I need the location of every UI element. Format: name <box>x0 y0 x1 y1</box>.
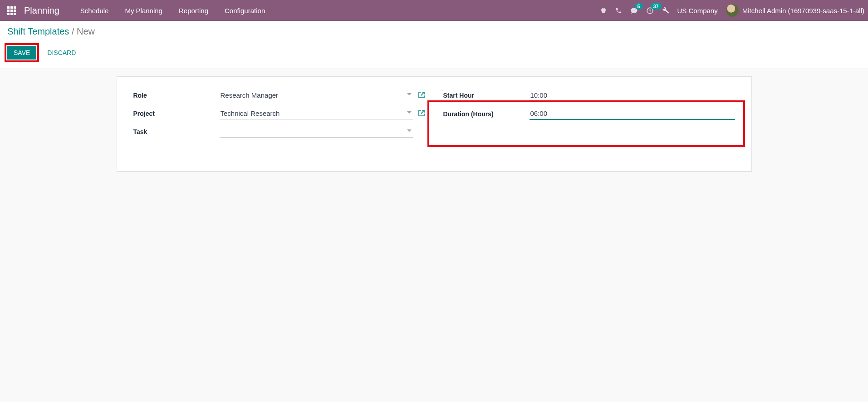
form-sheet: Role Project <box>117 76 752 172</box>
bug-icon[interactable] <box>600 7 607 14</box>
breadcrumb-current: New <box>77 26 95 36</box>
project-label: Project <box>133 110 220 117</box>
start-hour-label: Start Hour <box>443 92 530 99</box>
tools-icon[interactable] <box>662 7 669 14</box>
nav-menu-my-planning[interactable]: My Planning <box>118 4 170 17</box>
messages-icon[interactable]: 5 <box>630 7 638 15</box>
external-link-icon[interactable] <box>418 91 425 100</box>
user-menu[interactable]: Mitchell Admin (16970939-saas-15-1-all) <box>726 4 864 17</box>
start-hour-field[interactable] <box>530 89 735 101</box>
app-title: Planning <box>24 5 59 16</box>
avatar <box>726 4 739 17</box>
apps-icon[interactable] <box>7 6 16 15</box>
chevron-down-icon[interactable] <box>407 93 412 95</box>
role-label: Role <box>133 92 220 99</box>
project-field[interactable] <box>220 108 413 119</box>
chevron-down-icon[interactable] <box>407 111 412 114</box>
form-left-column: Role Project <box>133 89 425 144</box>
duration-field[interactable] <box>530 108 735 120</box>
save-button[interactable]: Save <box>7 46 36 60</box>
company-selector[interactable]: US Company <box>677 7 718 15</box>
task-field[interactable] <box>220 126 413 138</box>
activities-badge: 37 <box>651 3 662 10</box>
chevron-down-icon[interactable] <box>407 129 412 132</box>
nav-menu-schedule[interactable]: Schedule <box>73 4 116 17</box>
task-label: Task <box>133 128 220 135</box>
nav-menu-configuration[interactable]: Configuration <box>217 4 272 17</box>
phone-icon[interactable] <box>615 7 622 14</box>
navbar: Planning Schedule My Planning Reporting … <box>0 0 868 21</box>
nav-menu-reporting[interactable]: Reporting <box>172 4 216 17</box>
save-highlight: Save <box>5 43 39 62</box>
activities-icon[interactable]: 37 <box>646 7 654 15</box>
control-panel: Shift Templates / New Save Discard <box>0 21 868 69</box>
username: Mitchell Admin (16970939-saas-15-1-all) <box>742 7 864 15</box>
discard-button[interactable]: Discard <box>47 49 76 56</box>
form-right-column: Start Hour Duration (Hours) <box>443 89 735 144</box>
role-field[interactable] <box>220 89 413 101</box>
breadcrumb-root[interactable]: Shift Templates <box>7 26 69 36</box>
messages-badge: 5 <box>635 3 643 10</box>
duration-label: Duration (Hours) <box>443 110 530 118</box>
nav-menu: Schedule My Planning Reporting Configura… <box>73 4 272 17</box>
external-link-icon[interactable] <box>418 109 425 118</box>
breadcrumb: Shift Templates / New <box>7 26 861 37</box>
